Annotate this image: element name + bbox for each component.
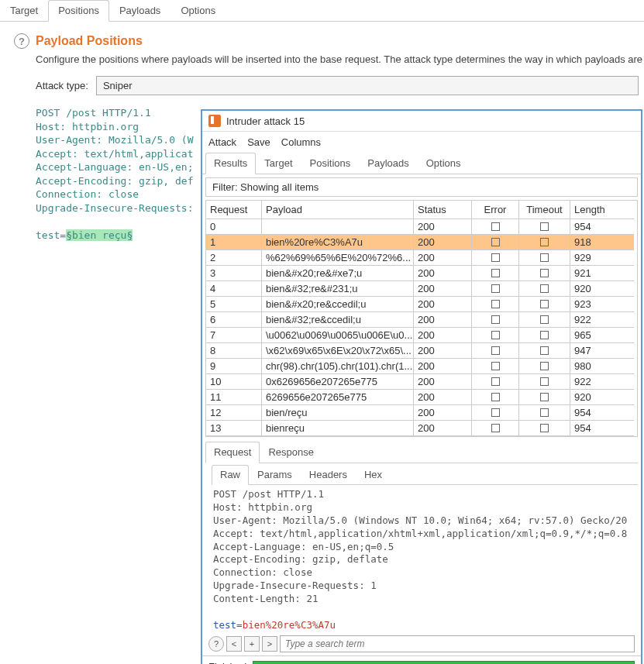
cell-length: 947 — [570, 343, 634, 359]
checkbox-icon[interactable] — [491, 408, 500, 417]
table-row[interactable]: 13bienreçu200954 — [206, 421, 637, 436]
cell-status: 200 — [414, 374, 472, 390]
checkbox-icon[interactable] — [491, 362, 500, 370]
table-row[interactable]: 4bien&#32;re&#231;u200920 — [206, 281, 637, 297]
subtab-target[interactable]: Target — [256, 153, 301, 174]
cell-timeout — [519, 297, 570, 312]
search-next-button[interactable]: > — [262, 636, 277, 652]
table-row[interactable]: 100x6269656e207265e775200922 — [206, 374, 637, 390]
table-row[interactable]: 5bien&#x20;re&ccedil;u200923 — [206, 297, 637, 312]
checkbox-icon[interactable] — [491, 300, 500, 308]
cell-status: 200 — [414, 359, 472, 374]
table-row[interactable]: 3bien&#x20;re&#xe7;u200921 — [206, 266, 637, 281]
window-title-bar[interactable]: Intruder attack 15 — [202, 111, 641, 132]
cell-timeout — [519, 250, 570, 266]
cell-request: 2 — [206, 250, 262, 266]
cell-error — [472, 390, 519, 405]
help-icon[interactable]: ? — [14, 33, 29, 49]
checkbox-icon[interactable] — [540, 424, 549, 432]
cell-request: 5 — [206, 297, 262, 312]
column-header-error[interactable]: Error — [472, 201, 519, 219]
checkbox-icon[interactable] — [540, 269, 549, 277]
checkbox-icon[interactable] — [491, 331, 500, 339]
table-row[interactable]: 6bien&#32;re&ccedil;u200922 — [206, 312, 637, 328]
checkbox-icon[interactable] — [540, 300, 549, 308]
view-tabs: RawParamsHeadersHex — [212, 465, 638, 485]
cell-status: 200 — [414, 281, 472, 297]
search-help-icon[interactable]: ? — [208, 636, 224, 652]
cell-status: 200 — [414, 421, 472, 436]
checkbox-icon[interactable] — [540, 362, 549, 370]
column-header-length[interactable]: Length — [570, 201, 634, 219]
attack-type-select[interactable]: Sniper — [96, 76, 639, 95]
cell-length: 954 — [570, 219, 634, 235]
view-tab-params[interactable]: Params — [249, 465, 301, 484]
attack-type-label: Attack type: — [36, 80, 88, 91]
cell-timeout — [519, 235, 570, 250]
checkbox-icon[interactable] — [540, 377, 549, 386]
table-row[interactable]: 0200954 — [206, 219, 637, 235]
cell-length: 922 — [570, 312, 634, 328]
table-row[interactable]: 12bien/reçu200954 — [206, 405, 637, 421]
menu-bar: AttackSaveColumns — [202, 132, 641, 153]
view-tab-hex[interactable]: Hex — [356, 465, 391, 484]
view-tab-headers[interactable]: Headers — [301, 465, 356, 484]
cell-length: 954 — [570, 421, 634, 436]
checkbox-icon[interactable] — [540, 346, 549, 355]
checkbox-icon[interactable] — [540, 331, 549, 339]
table-row[interactable]: 8\x62\x69\x65\x6E\x20\x72\x65\...200947 — [206, 343, 637, 359]
checkbox-icon[interactable] — [491, 284, 500, 293]
checkbox-icon[interactable] — [491, 253, 500, 262]
table-row[interactable]: 9chr(98).chr(105).chr(101).chr(1...20098… — [206, 359, 637, 374]
checkbox-icon[interactable] — [540, 393, 549, 401]
checkbox-icon[interactable] — [540, 408, 549, 417]
checkbox-icon[interactable] — [491, 238, 500, 246]
subtab-positions[interactable]: Positions — [301, 153, 360, 174]
raw-request-content[interactable]: POST /post HTTP/1.1 Host: httpbin.org Us… — [213, 488, 635, 632]
tab-positions[interactable]: Positions — [48, 0, 109, 22]
menu-attack[interactable]: Attack — [208, 135, 236, 150]
checkbox-icon[interactable] — [491, 377, 500, 386]
progress-bar — [253, 661, 635, 664]
checkbox-icon[interactable] — [491, 424, 500, 432]
checkbox-icon[interactable] — [491, 222, 500, 231]
search-prev-button[interactable]: < — [226, 636, 242, 652]
checkbox-icon[interactable] — [540, 253, 549, 262]
cell-status: 200 — [414, 343, 472, 359]
menu-save[interactable]: Save — [247, 135, 270, 150]
cell-error — [472, 235, 519, 250]
table-row[interactable]: 7\u0062\u0069\u0065\u006E\u0...200965 — [206, 328, 637, 343]
search-add-button[interactable]: + — [244, 636, 260, 652]
checkbox-icon[interactable] — [491, 315, 500, 324]
table-row[interactable]: 2%62%69%65%6E%20%72%6...200929 — [206, 250, 637, 266]
tab-options[interactable]: Options — [170, 0, 226, 21]
subtab-results[interactable]: Results — [205, 153, 256, 174]
checkbox-icon[interactable] — [540, 222, 549, 231]
rr-tab-response[interactable]: Response — [260, 442, 322, 463]
rr-tab-request[interactable]: Request — [205, 442, 260, 463]
checkbox-icon[interactable] — [540, 284, 549, 293]
menu-columns[interactable]: Columns — [281, 135, 321, 150]
subtab-payloads[interactable]: Payloads — [359, 153, 417, 174]
search-input[interactable] — [280, 635, 635, 652]
table-row[interactable]: 1bien%20re%C3%A7u200918 — [206, 235, 637, 250]
tab-target[interactable]: Target — [0, 0, 48, 21]
cell-status: 200 — [414, 266, 472, 281]
filter-bar[interactable]: Filter: Showing all items — [205, 177, 638, 197]
column-header-timeout[interactable]: Timeout — [519, 201, 570, 219]
tab-payloads[interactable]: Payloads — [109, 0, 170, 21]
column-header-payload[interactable]: Payload — [262, 201, 414, 219]
subtab-options[interactable]: Options — [418, 153, 470, 174]
checkbox-icon[interactable] — [540, 238, 549, 246]
cell-timeout — [519, 405, 570, 421]
column-header-status[interactable]: Status — [414, 201, 472, 219]
checkbox-icon[interactable] — [540, 315, 549, 324]
column-header-request[interactable]: Request — [206, 201, 262, 219]
cell-payload: %62%69%65%6E%20%72%6... — [262, 250, 414, 266]
table-row[interactable]: 116269656e207265e775200920 — [206, 390, 637, 405]
checkbox-icon[interactable] — [491, 346, 500, 355]
cell-length: 980 — [570, 359, 634, 374]
checkbox-icon[interactable] — [491, 269, 500, 277]
view-tab-raw[interactable]: Raw — [212, 465, 249, 485]
checkbox-icon[interactable] — [491, 393, 500, 401]
